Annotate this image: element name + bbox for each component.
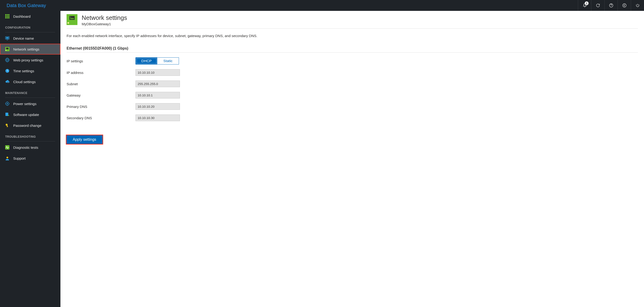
toggle-static[interactable]: Static [157, 58, 179, 64]
topbar: Data Box Gateway 1 [0, 0, 644, 11]
sidebar-item-label: Dashboard [13, 14, 30, 18]
sidebar-item-power-settings[interactable]: Power settings [0, 98, 60, 109]
page-subtitle: MyDBoxGateway1 [82, 22, 127, 26]
grid-icon [5, 14, 10, 18]
sidebar-item-label: Time settings [13, 69, 34, 73]
row-primary-dns: Primary DNS [66, 103, 638, 110]
label-subnet: Subnet [66, 82, 136, 86]
toggle-dhcp[interactable]: DHCP [136, 58, 157, 64]
sidebar-item-label: Power settings [13, 102, 36, 106]
sidebar-item-network-settings[interactable]: Network settings [0, 44, 60, 54]
page-title: Network settings [82, 14, 127, 22]
label-ip-settings: IP settings [66, 59, 136, 63]
row-ip-address: IP address [66, 69, 638, 76]
sidebar-item-label: Password change [13, 124, 41, 128]
globe-icon [5, 58, 10, 62]
svg-rect-5 [8, 14, 10, 15]
sidebar-item-software-update[interactable]: Software update [0, 109, 60, 120]
support-icon [5, 156, 10, 160]
network-settings-page-icon [66, 14, 78, 25]
sidebar-item-label: Diagnostic tests [13, 146, 38, 150]
gear-icon [5, 102, 10, 106]
apply-settings-button[interactable]: Apply settings [66, 135, 102, 144]
input-primary-dns[interactable] [136, 103, 180, 110]
brand-title: Data Box Gateway [0, 3, 46, 8]
label-secondary-dns: Secondary DNS [66, 116, 136, 120]
svg-rect-4 [7, 14, 8, 15]
power-icon [635, 3, 640, 8]
svg-rect-6 [5, 16, 6, 17]
section-heading: Ethernet (00155D2FA000) (1 Gbps) [66, 46, 638, 53]
svg-point-2 [622, 4, 626, 7]
label-ip-address: IP address [66, 70, 136, 74]
sidebar-item-device-name[interactable]: Device name [0, 33, 60, 44]
sidebar-item-label: Web proxy settings [13, 58, 43, 62]
svg-rect-8 [8, 16, 10, 17]
svg-rect-13 [6, 37, 9, 39]
notification-badge: 1 [585, 2, 588, 5]
page-header: Network settings MyDBoxGateway1 [66, 14, 638, 28]
input-subnet[interactable] [136, 80, 180, 87]
svg-rect-3 [5, 14, 6, 15]
svg-point-17 [6, 50, 6, 51]
label-gateway: Gateway [66, 93, 136, 97]
cloud-gear-icon [5, 80, 10, 84]
sidebar-item-label: Software update [13, 113, 39, 117]
input-gateway[interactable] [136, 92, 180, 98]
refresh-icon [596, 3, 600, 8]
ip-settings-toggle: DHCP Static [136, 58, 179, 64]
svg-point-27 [7, 103, 8, 104]
sidebar-item-label: Network settings [13, 47, 40, 51]
page-intro: For each enabled network interface, spec… [66, 34, 638, 38]
divider [5, 98, 55, 98]
top-actions: 1 [578, 0, 644, 11]
svg-point-25 [8, 82, 8, 83]
clock-icon [5, 69, 10, 73]
sidebar-item-time-settings[interactable]: Time settings [0, 66, 60, 76]
svg-rect-16 [6, 48, 8, 49]
divider [5, 32, 55, 32]
notifications-button[interactable]: 1 [578, 0, 591, 11]
svg-rect-11 [8, 17, 10, 18]
power-button[interactable] [631, 0, 644, 11]
key-icon [5, 123, 10, 128]
copyright-icon [622, 3, 627, 8]
sidebar-item-label: Device name [13, 36, 34, 40]
main-content: Network settings MyDBoxGateway1 For each… [60, 11, 644, 307]
sidebar-section-maintenance: MAINTENANCE [0, 87, 60, 96]
svg-rect-36 [7, 126, 8, 127]
sidebar-section-configuration: CONFIGURATION [0, 22, 60, 31]
sidebar-item-password-change[interactable]: Password change [0, 120, 60, 131]
help-button[interactable] [604, 0, 618, 11]
row-ip-settings: IP settings DHCP Static [66, 58, 638, 64]
sidebar-item-diagnostic-tests[interactable]: Diagnostic tests [0, 142, 60, 153]
sidebar-item-label: Support [13, 156, 26, 160]
sidebar-item-web-proxy[interactable]: Web proxy settings [0, 54, 60, 66]
row-subnet: Subnet [66, 80, 638, 87]
row-secondary-dns: Secondary DNS [66, 114, 638, 121]
sidebar-item-dashboard[interactable]: Dashboard [0, 11, 60, 22]
sidebar-item-cloud-settings[interactable]: Cloud settings [0, 76, 60, 87]
input-secondary-dns[interactable] [136, 114, 180, 121]
copyright-button[interactable] [618, 0, 631, 11]
row-gateway: Gateway [66, 92, 638, 98]
svg-rect-32 [6, 113, 8, 116]
input-ip-address[interactable] [136, 69, 180, 76]
refresh-button[interactable] [591, 0, 604, 11]
heartbeat-icon [5, 145, 10, 150]
svg-rect-10 [7, 17, 8, 18]
sidebar-item-label: Cloud settings [13, 80, 36, 84]
svg-rect-9 [5, 17, 6, 18]
update-icon [5, 112, 10, 117]
divider [5, 141, 55, 142]
sidebar-section-troubleshooting: TROUBLESHOOTING [0, 131, 60, 140]
server-icon [5, 47, 10, 51]
help-icon [609, 3, 614, 8]
svg-rect-7 [7, 16, 8, 17]
label-primary-dns: Primary DNS [66, 104, 136, 109]
monitor-icon [5, 36, 10, 40]
sidebar-item-support[interactable]: Support [0, 153, 60, 164]
sidebar: Dashboard CONFIGURATION Device name Netw… [0, 11, 60, 307]
svg-point-38 [6, 157, 8, 158]
